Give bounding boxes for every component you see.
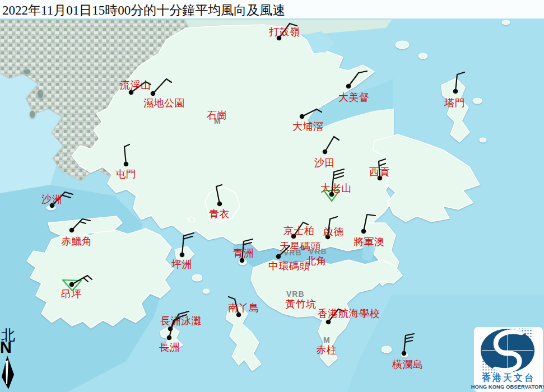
islet [396,41,409,49]
islet [480,138,486,142]
station-label: 西貢 [369,166,390,178]
islet [419,53,427,59]
hko-logo: 香港天文台 HONG KONG OBSERVATORY [474,327,543,392]
station-label: 橫瀾島 [392,359,424,370]
station-dot [151,91,156,96]
station-dot [402,351,407,356]
station-label: 京士柏 [283,225,315,236]
station-label: 坪洲 [171,259,192,270]
map-title: 2022年11月01日15時00分的十分鐘平均風向及風速 [2,2,285,19]
station-label: 塔門 [444,97,465,109]
compass-north-indicator: 北 N [0,326,22,392]
station-label: 赤柱 [316,344,337,356]
station-label: 南丫島 [228,302,259,314]
station-dot [69,228,75,233]
station-label: 將軍澳 [354,236,385,248]
station-dot [124,162,129,167]
station-label: 沙田 [314,157,335,169]
station-label: 大美督 [338,92,370,103]
title-bar: 2022年11月01日15時00分的十分鐘平均風向及風速 [0,0,544,18]
station-label: 啟德 [323,226,344,237]
station-label: 昂坪 [61,288,82,300]
station-dot [300,114,305,119]
station-label: 香港航海學校 [318,308,380,319]
station-dot [217,202,222,207]
deep-bay-islet [37,90,44,99]
station-label: 長洲 [159,342,180,353]
station-status: VRB [309,247,327,256]
deep-bay-islet [23,69,31,74]
station-dot [69,282,75,287]
station-dot [180,253,185,258]
islet [188,217,195,222]
station-status: M [323,335,331,344]
po-toi-islet [382,346,392,353]
station-label: 長洲泳灘 [160,315,202,326]
station-dot [276,254,281,259]
station-dot [346,84,351,89]
station-label: 流浮山 [120,80,151,91]
islet [192,274,202,281]
station-dot [453,89,458,94]
station-dot [361,229,366,234]
compass-needle-icon [0,354,18,392]
station-dot [323,150,328,155]
weather-map: 流浮山濕地公園打鼓嶺M石崗大美督塔門大埔滘沙田西貢大老山屯門沙洲赤鱲角青衣坪洲青… [0,0,544,392]
deep-bay-islet [30,110,35,118]
station-label: 赤鱲角 [61,236,92,247]
station-label: 屯門 [115,169,136,180]
station-label: 石崗 [207,110,227,121]
station-label: 青洲 [233,248,254,259]
station-dot [326,320,331,325]
station-label: 濕地公園 [143,97,185,109]
station-label: 大老山 [320,183,352,194]
islet [203,289,210,293]
station-label: 大埔滘 [292,121,324,132]
station-label: 沙洲 [41,194,62,205]
hko-name-english: HONG KONG OBSERVATORY [469,384,544,390]
hong-kong-map: 流浮山濕地公園打鼓嶺M石崗大美督塔門大埔滘沙田西貢大老山屯門沙洲赤鱲角青衣坪洲青… [0,0,544,392]
islet [473,98,482,104]
hko-name-chinese: 香港天文台 [474,372,543,384]
islet [502,20,510,25]
station-dot [167,335,172,340]
station-status: VRB [286,290,305,298]
station-label: 青衣 [209,208,230,220]
station: 京士柏 [283,222,315,239]
station-label: 打鼓嶺 [269,26,300,38]
station-label: 中環碼頭 [268,260,310,272]
station-label: 黃竹坑 [285,298,317,310]
